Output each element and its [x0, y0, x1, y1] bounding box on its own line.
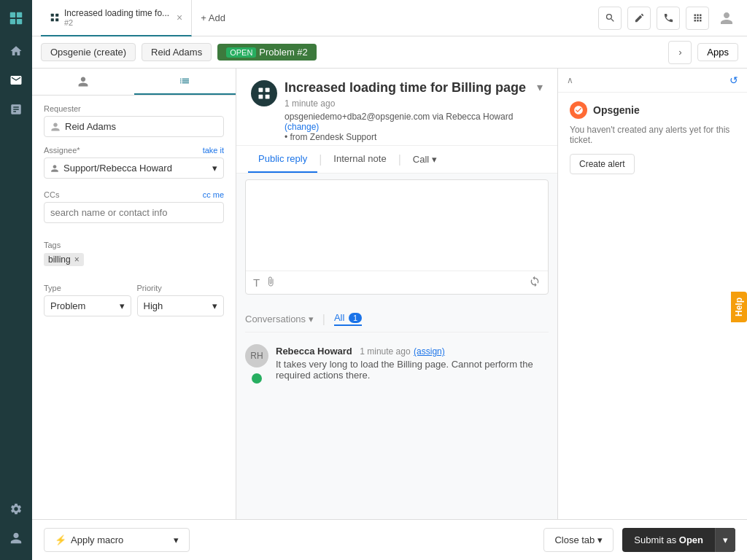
sidebar-item-reports[interactable]: [0, 95, 32, 124]
call-tab-label: Call: [413, 154, 429, 165]
assignee-value: Support/Rebecca Howard: [63, 163, 172, 174]
priority-select[interactable]: High ▾: [137, 295, 225, 316]
signature-button[interactable]: [529, 276, 541, 289]
close-tab-button[interactable]: Close tab ▾: [543, 528, 614, 552]
ticket-from-email: opsgeniedemo+dba2@opsgenie.com via Rebec…: [285, 112, 513, 122]
call-chevron-icon: ▾: [432, 154, 437, 165]
ticket-title-row: Increased loading time for Billing page …: [251, 80, 543, 142]
active-tab[interactable]: Increased loading time fo... #2 ×: [41, 0, 192, 36]
requester-input[interactable]: Reid Adams: [44, 116, 224, 137]
cc-me-link[interactable]: cc me: [203, 190, 224, 199]
collapse-right-panel-button[interactable]: ∧: [567, 75, 573, 85]
panel-tab-list[interactable]: [134, 69, 236, 95]
grid-button[interactable]: [686, 7, 709, 30]
conv-divider: |: [322, 313, 325, 326]
right-panel: ∧ ↺ Opsgenie You haven't created any ale…: [557, 69, 747, 560]
ticket-header: Increased loading time for Billing page …: [236, 69, 557, 146]
add-tab-button[interactable]: + Add: [192, 12, 234, 23]
comment-text: It takes very long to load the Billing p…: [276, 359, 549, 381]
sidebar-item-tickets[interactable]: [0, 66, 32, 95]
close-tab-label: Close tab: [554, 534, 595, 545]
open-badge: OPEN: [226, 47, 256, 58]
close-tab-chevron-icon: ▾: [597, 534, 603, 545]
reply-textarea[interactable]: [246, 180, 548, 268]
ticket-meta: opsgeniedemo+dba2@opsgenie.com via Rebec…: [285, 112, 530, 142]
requester-user-icon: [50, 122, 61, 132]
left-section-requester: Requester Reid Adams: [32, 96, 236, 146]
sidebar-item-home[interactable]: [0, 36, 32, 66]
tags-label: Tags: [44, 241, 224, 249]
svg-rect-10: [259, 95, 263, 99]
left-section-tags: Tags billing ×: [32, 241, 236, 284]
ccs-label: CCs: [44, 190, 59, 199]
problem-label: Problem #2: [259, 47, 307, 58]
ccs-search-input[interactable]: [44, 202, 224, 223]
type-select[interactable]: Problem ▾: [44, 295, 131, 316]
apps-button[interactable]: Apps: [697, 43, 738, 61]
opsgenie-logo-icon: [573, 105, 584, 115]
comment-assign-link[interactable]: (assign): [414, 346, 445, 357]
phone-button[interactable]: [657, 7, 680, 30]
sidebar-item-settings[interactable]: [0, 494, 32, 524]
reports-icon: [9, 103, 23, 116]
internal-note-tab[interactable]: Internal note: [323, 146, 396, 173]
submit-main-label[interactable]: Submit as Open: [622, 528, 715, 552]
nav-chevron-button[interactable]: ›: [668, 41, 692, 64]
reply-tabs: Public reply | Internal note | Call ▾: [236, 146, 557, 174]
remove-billing-tag-button[interactable]: ×: [74, 254, 80, 265]
opsgenie-nav-button[interactable]: Opsgenie (create): [41, 43, 136, 61]
type-chevron-icon: ▾: [120, 300, 125, 311]
problem-nav-button[interactable]: OPEN Problem #2: [217, 44, 317, 61]
left-section-type-priority: Type Problem ▾ Priority High ▾: [32, 284, 236, 337]
assignee-select[interactable]: Support/Rebecca Howard ▾: [44, 158, 224, 179]
sidebar-logo[interactable]: [0, 0, 32, 36]
user-avatar-button[interactable]: [715, 7, 738, 30]
call-tab[interactable]: Call ▾: [403, 148, 447, 171]
right-panel-header: ∧ ↺: [558, 69, 747, 93]
attach-file-button[interactable]: [266, 276, 276, 289]
panel-tab-user[interactable]: [32, 69, 134, 95]
sidebar-item-profile[interactable]: [0, 524, 32, 553]
take-it-link[interactable]: take it: [203, 146, 224, 155]
comment-row: RH Rebecca Howard 1 minute ago (assign) …: [245, 338, 549, 389]
refresh-button[interactable]: ↺: [729, 74, 738, 86]
sidebar: [0, 0, 32, 560]
phone-cancel-button[interactable]: [627, 7, 651, 30]
app-logo-icon: [8, 10, 24, 26]
apply-macro-button[interactable]: ⚡ Apply macro ▾: [44, 528, 190, 552]
billing-tag: billing ×: [44, 253, 84, 266]
assignee-user-icon: [50, 164, 59, 173]
svg-rect-1: [17, 12, 22, 18]
public-reply-tab[interactable]: Public reply: [248, 146, 317, 173]
assignee-row: Assignee* take it: [44, 146, 224, 155]
gear-icon: [9, 502, 23, 516]
ticket-title: Increased loading time for Billing page: [285, 80, 530, 96]
create-alert-button[interactable]: Create alert: [570, 154, 635, 174]
svg-rect-0: [10, 12, 15, 18]
submit-button[interactable]: Submit as Open ▾: [622, 528, 735, 552]
ticket-time: 1 minute ago: [285, 98, 530, 109]
submit-arrow-button[interactable]: ▾: [715, 528, 735, 552]
macro-lightning-icon: ⚡: [55, 534, 66, 545]
all-count-badge: 1: [349, 313, 362, 323]
assignee-label: Assignee*: [44, 146, 80, 155]
tab-divider-2: |: [398, 153, 401, 166]
expand-ticket-button[interactable]: ▾: [537, 80, 543, 94]
reid-adams-nav-button[interactable]: Reid Adams: [142, 43, 212, 61]
signature-icon: [529, 276, 541, 287]
text-format-button[interactable]: T: [253, 276, 260, 289]
navbar-right: › Apps: [668, 41, 738, 64]
search-button[interactable]: [598, 7, 622, 30]
grid-icon: [692, 12, 703, 23]
type-column: Type Problem ▾: [44, 284, 131, 319]
macro-label: Apply macro: [71, 534, 123, 545]
ticket-info: Increased loading time for Billing page …: [285, 80, 530, 142]
help-button[interactable]: Help: [731, 292, 747, 322]
all-tab[interactable]: All 1: [334, 312, 362, 326]
opsgenie-panel-title: Opsgenie: [593, 104, 640, 116]
ticket-change-link[interactable]: (change): [285, 122, 319, 132]
topbar-actions: [598, 7, 738, 30]
conversations-tab[interactable]: Conversations ▾: [245, 314, 314, 324]
tab-close-icon[interactable]: ×: [177, 12, 182, 23]
user-avatar-icon: [719, 11, 734, 26]
